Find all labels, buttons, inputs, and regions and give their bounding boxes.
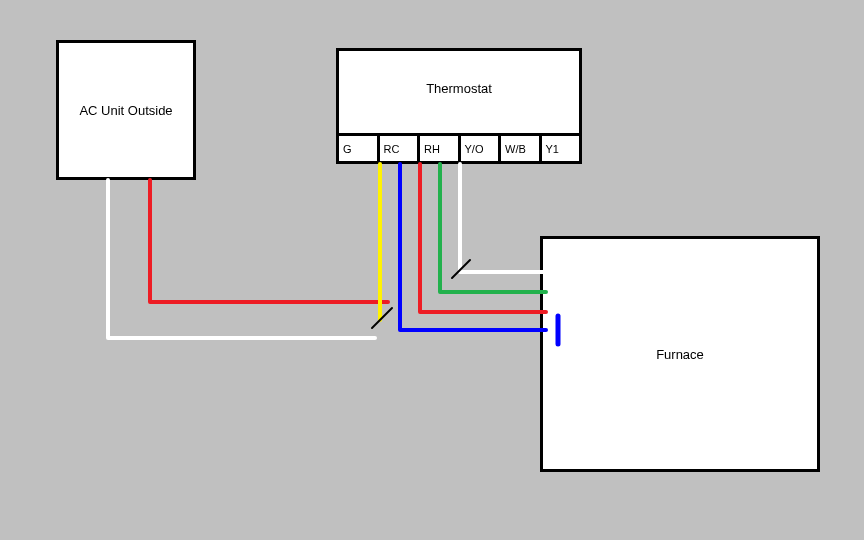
thermostat-box: Thermostat G RC RH Y/O W/B Y1	[336, 48, 582, 164]
ac-unit-box: AC Unit Outside	[56, 40, 196, 180]
terminal-rh: RH	[420, 133, 461, 161]
furnace-box: Furnace	[540, 236, 820, 472]
wire-ac-white	[108, 180, 375, 338]
terminal-yo: Y/O	[461, 133, 502, 161]
terminal-rc: RC	[380, 133, 421, 161]
terminal-wb: W/B	[501, 133, 542, 161]
wire-t-blue	[400, 164, 546, 330]
wire-ac-red	[150, 180, 388, 302]
wire-t-red	[420, 164, 546, 312]
terminal-g: G	[339, 133, 380, 161]
thermostat-label: Thermostat	[339, 81, 579, 96]
terminal-y1: Y1	[542, 133, 580, 161]
wire-f-cut-wht	[452, 260, 470, 278]
ac-unit-label: AC Unit Outside	[79, 103, 172, 118]
furnace-label: Furnace	[656, 347, 704, 362]
wire-t-green	[440, 164, 546, 292]
wire-f-cut-ylw	[372, 308, 392, 328]
thermostat-terminals: G RC RH Y/O W/B Y1	[339, 133, 579, 161]
wire-t-white	[460, 164, 546, 272]
